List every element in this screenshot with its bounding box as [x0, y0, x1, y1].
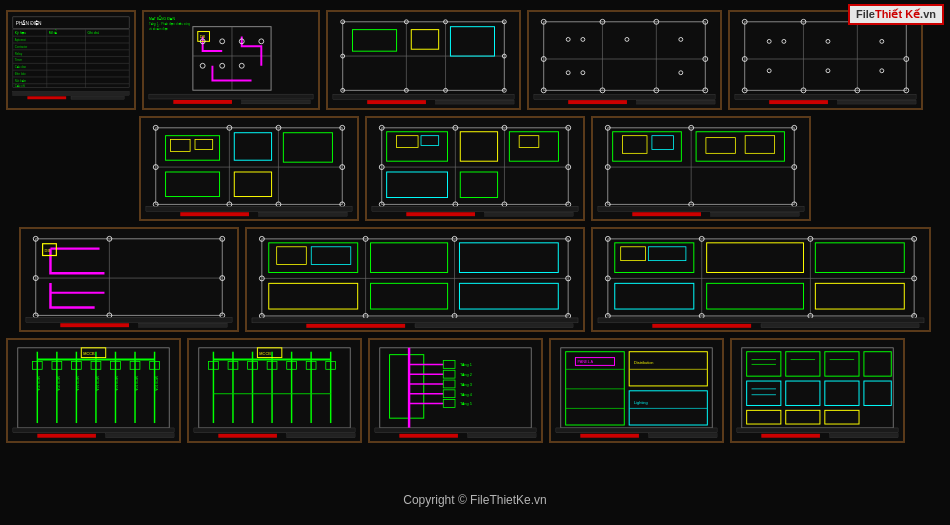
svg-rect-347 [556, 428, 717, 433]
svg-text:MCB 16A: MCB 16A [95, 376, 99, 391]
svg-rect-331 [399, 434, 458, 438]
thumb-r1-1[interactable]: PHẦN ĐIỆN Ký hiệu Mô tả Ghi chú Aptomat … [6, 10, 136, 110]
svg-rect-46 [242, 100, 310, 104]
row-4: MCB 20A MCB 20A MCB 16A MCB 16A MCB 10A … [6, 338, 944, 443]
svg-rect-308 [194, 428, 355, 433]
svg-text:Aptomat: Aptomat [15, 38, 26, 42]
svg-rect-286 [37, 434, 96, 438]
svg-rect-67 [436, 100, 514, 104]
svg-rect-116 [769, 100, 828, 104]
svg-text:MCB 10A: MCB 10A [134, 376, 138, 391]
svg-text:MCB 16A: MCB 16A [75, 376, 79, 391]
svg-text:Tầng 1 - Phần điện chiếu sáng: Tầng 1 - Phần điện chiếu sáng [149, 22, 191, 26]
svg-text:MCB 10A: MCB 10A [114, 376, 118, 391]
thumb-r4-4[interactable]: PANEL A Distribution Lighting [549, 338, 724, 443]
svg-rect-258 [761, 324, 919, 328]
svg-rect-169 [593, 118, 809, 221]
svg-rect-45 [173, 100, 232, 104]
svg-rect-143 [367, 118, 583, 221]
svg-rect-90 [534, 94, 715, 99]
svg-rect-26 [27, 96, 66, 99]
thumb-r4-5[interactable] [730, 338, 905, 443]
svg-text:Tầng 5: Tầng 5 [460, 401, 472, 406]
svg-text:MCCB: MCCB [83, 351, 95, 356]
thumb-r2-1[interactable] [139, 116, 359, 221]
svg-rect-92 [637, 100, 715, 104]
svg-rect-168 [485, 212, 573, 216]
svg-rect-204 [26, 317, 232, 322]
svg-text:Timer: Timer [15, 58, 22, 62]
svg-rect-167 [406, 212, 475, 216]
site-logo: FileThiết Kế.vn [848, 4, 944, 25]
svg-rect-44 [149, 94, 313, 99]
thumb-r4-1[interactable]: MCB 20A MCB 20A MCB 16A MCB 16A MCB 10A … [6, 338, 181, 443]
svg-text:Ký hiệu: Ký hiệu [15, 31, 27, 35]
svg-text:Tầng 3: Tầng 3 [460, 382, 472, 387]
thumb-r1-2[interactable]: MẶT BẰNG ĐIỆN Tầng 1 - Phần điện chiếu s… [142, 10, 320, 110]
svg-rect-207 [247, 229, 583, 332]
svg-rect-117 [838, 100, 916, 104]
thumb-r4-2[interactable]: MCCB [187, 338, 362, 443]
svg-rect-118 [141, 118, 357, 221]
svg-rect-66 [367, 100, 426, 104]
thumb-r3-3[interactable] [591, 227, 931, 332]
svg-rect-311 [370, 340, 541, 443]
svg-rect-65 [333, 94, 514, 99]
svg-rect-140 [146, 206, 352, 211]
svg-text:Tầng 4: Tầng 4 [460, 392, 473, 397]
svg-rect-309 [218, 434, 277, 438]
row-1: PHẦN ĐIỆN Ký hiệu Mô tả Ghi chú Aptomat … [6, 10, 944, 110]
svg-text:MCCB: MCCB [259, 351, 271, 356]
svg-rect-350 [732, 340, 903, 443]
logo-file: File [856, 8, 875, 20]
thumb-r3-2[interactable] [245, 227, 585, 332]
svg-text:Cầu chì: Cầu chì [15, 84, 26, 88]
svg-rect-310 [287, 434, 355, 438]
svg-rect-230 [252, 318, 578, 323]
svg-rect-190 [21, 229, 237, 332]
thumb-r4-3[interactable]: Tầng 1 Tầng 2 Tầng 3 Tầng 4 Tầng 5 [368, 338, 543, 443]
svg-rect-332 [468, 434, 536, 438]
svg-rect-369 [737, 428, 898, 433]
svg-rect-256 [598, 318, 924, 323]
svg-rect-349 [649, 434, 717, 438]
thumb-r1-3[interactable] [326, 10, 521, 110]
main-grid: PHẦN ĐIỆN Ký hiệu Mô tả Ghi chú Aptomat … [6, 8, 944, 517]
svg-text:DB: DB [45, 248, 51, 253]
svg-text:Distribution: Distribution [634, 360, 653, 365]
svg-rect-205 [60, 323, 129, 327]
svg-text:Cầu dao: Cầu dao [15, 65, 27, 69]
svg-rect-142 [259, 212, 347, 216]
svg-rect-233 [593, 229, 929, 332]
svg-rect-330 [375, 428, 536, 433]
svg-rect-231 [306, 324, 405, 328]
svg-rect-115 [735, 94, 916, 99]
thumb-r1-5[interactable] [728, 10, 923, 110]
svg-text:Relay: Relay [15, 52, 23, 56]
row-3: DB [6, 227, 944, 332]
svg-rect-348 [580, 434, 639, 438]
thumb-r1-4[interactable] [527, 10, 722, 110]
svg-text:Lighting: Lighting [634, 400, 648, 405]
svg-rect-285 [13, 428, 174, 433]
svg-rect-287 [106, 434, 174, 438]
svg-rect-206 [139, 323, 227, 327]
svg-text:Đèn báo: Đèn báo [15, 72, 26, 76]
svg-text:Tầng 2: Tầng 2 [460, 372, 472, 377]
svg-rect-187 [598, 206, 804, 211]
svg-rect-371 [830, 434, 898, 438]
svg-text:MCB 20A: MCB 20A [36, 376, 40, 391]
svg-text:PHẦN ĐIỆN: PHẦN ĐIỆN [16, 20, 42, 26]
svg-text:Nút bấm: Nút bấm [15, 79, 27, 83]
svg-rect-141 [180, 212, 249, 216]
svg-rect-188 [632, 212, 701, 216]
svg-rect-232 [415, 324, 573, 328]
thumb-r2-3[interactable] [591, 116, 811, 221]
row-2 [6, 116, 944, 221]
svg-text:Tầng 1: Tầng 1 [460, 362, 472, 367]
svg-rect-370 [761, 434, 820, 438]
logo-thiet: Thiết Kế [875, 8, 920, 20]
thumb-r2-2[interactable] [365, 116, 585, 221]
svg-rect-257 [652, 324, 751, 328]
thumb-r3-1[interactable]: DB [19, 227, 239, 332]
